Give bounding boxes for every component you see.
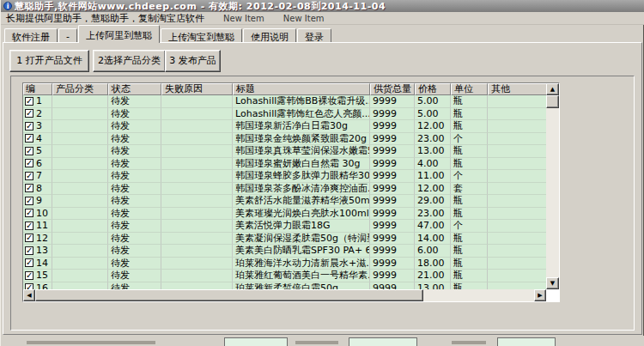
row-checkbox[interactable]: ✓ <box>25 172 33 180</box>
row-checkbox[interactable]: ✓ <box>25 222 33 230</box>
row-checkbox[interactable]: ✓ <box>25 258 33 267</box>
scroll-right-icon[interactable]: ▶ <box>534 289 546 301</box>
cell-fail <box>161 195 233 208</box>
header-supply-qty[interactable]: 供货总量 <box>370 83 415 95</box>
header-fail-reason[interactable]: 失败原因 <box>161 83 233 95</box>
menu-bar: 长期提供阿里助手，慧聪助手，复制淘宝店软件 New Item New Item <box>1 12 644 25</box>
cell-status: 待发 <box>108 245 161 258</box>
publish-product-button[interactable]: 3 发布产品 <box>165 50 221 72</box>
table-row[interactable]: ✓5待发韩国瑾泉真珠草莹润保湿水嫩霜50g999913.00瓶 <box>23 145 546 158</box>
table-row[interactable]: ✓11待发美素活悦弹力眼霜18G999947.00个 <box>23 220 546 233</box>
header-title[interactable]: 标题 <box>233 83 370 95</box>
row-checkbox[interactable]: ✓ <box>25 271 33 280</box>
table-row[interactable]: ✓12待发美素凝润保湿柔肤霜50g（特润型）999914.00瓶 <box>23 233 546 246</box>
cell-other <box>488 95 546 108</box>
row-checkbox[interactable]: ✓ <box>25 147 33 155</box>
header-checkbox-num[interactable]: 编 <box>23 83 52 95</box>
menu-item-new-item-2[interactable]: New Item <box>283 14 325 23</box>
cell-price: 6.00 <box>415 245 451 258</box>
row-checkbox[interactable]: ✓ <box>25 134 33 143</box>
cutoff-input-field[interactable] <box>497 337 556 346</box>
table-row[interactable]: ✓4待发韩国瑾泉金纯焕颜紧致眼霜20g999923.00个 <box>23 133 546 146</box>
cell-unit: 瓶 <box>451 108 488 121</box>
tab-upload-ali-to-huicong[interactable]: 上传阿里到慧聪 <box>78 25 160 43</box>
table-row[interactable]: ✓13待发美素美白防晒乳霜SPF30 PA+ 60G99996.00瓶 <box>23 245 546 258</box>
cell-price: 29.00 <box>415 195 451 208</box>
tab-dash[interactable]: - <box>58 28 77 43</box>
table-row[interactable]: ✓16待发珀莱雅新柔皙倍白霜50g999913.00瓶 <box>23 282 546 290</box>
cell-price: 12.00 <box>415 120 451 133</box>
cell-fail <box>161 95 233 108</box>
row-checkbox[interactable]: ✓ <box>25 184 33 192</box>
tab-software-register[interactable]: 软件注册 <box>4 28 58 43</box>
table-row[interactable]: ✓10待发美素璀璨光润焕白亮肤水100ml999923.00瓶 <box>23 208 546 221</box>
table-row[interactable]: ✓15待发珀莱雅红葡萄酒美白一号精华素...999921.00瓶 <box>23 270 546 282</box>
cell-num: ✓15 <box>23 270 52 282</box>
tab-upload-taobao-to-huicong[interactable]: 上传淘宝到慧聪 <box>161 28 242 43</box>
cell-price: 14.00 <box>415 233 451 246</box>
table-row[interactable]: ✓8待发韩国瑾泉茶多酚冰清净爽控油面...999912.00套 <box>23 183 546 196</box>
cell-title: 珀莱雅新柔皙倍白霜50g <box>233 282 370 290</box>
cell-other <box>488 145 546 158</box>
menu-item-new-item-1[interactable]: New Item <box>223 14 264 23</box>
table-row[interactable]: ✓9待发美素舒活水能量滋养精华液50ml999929.00瓶 <box>23 195 546 208</box>
cell-status: 待发 <box>108 270 161 282</box>
header-unit[interactable]: 单位 <box>451 83 488 95</box>
vertical-scroll-thumb[interactable] <box>546 95 559 108</box>
cell-category <box>52 195 108 208</box>
scroll-down-icon[interactable]: ▼ <box>546 277 559 289</box>
cell-unit: 个 <box>451 170 488 183</box>
header-category[interactable]: 产品分类 <box>52 83 108 95</box>
row-checkbox[interactable]: ✓ <box>25 122 33 131</box>
row-checkbox[interactable]: ✓ <box>25 197 33 205</box>
cell-other <box>488 282 546 290</box>
table-row[interactable]: ✓14待发珀莱雅海洋水动力清新晨水+滋...999918.00瓶 <box>23 258 546 270</box>
cell-status: 待发 <box>108 133 161 146</box>
row-number: 3 <box>36 120 42 131</box>
cell-category <box>52 158 108 171</box>
cell-num: ✓4 <box>23 133 52 146</box>
cell-category <box>52 170 108 183</box>
header-status[interactable]: 状态 <box>108 83 161 95</box>
table-row[interactable]: ✓3待发韩国瑾泉新活净白日霜30g999912.00瓶 <box>23 120 546 133</box>
table-row[interactable]: ✓1待发Lohashill露韩饰BB裸妆霜升级...99995.00瓶 <box>23 95 546 108</box>
cutoff-label <box>452 341 486 344</box>
row-checkbox[interactable]: ✓ <box>25 234 33 242</box>
open-product-file-button[interactable]: 1 打开产品文件 <box>9 50 89 72</box>
row-checkbox[interactable]: ✓ <box>25 159 33 167</box>
select-category-button[interactable]: 2选择产品分类 <box>93 50 166 72</box>
row-checkbox[interactable]: ✓ <box>25 246 33 255</box>
cutoff-input-field[interactable] <box>349 337 417 346</box>
cell-price: 5.00 <box>415 95 451 108</box>
cell-status: 待发 <box>108 258 161 270</box>
row-checkbox[interactable]: ✓ <box>25 209 33 217</box>
tab-login[interactable]: 登录 <box>297 28 331 43</box>
vertical-scrollbar[interactable]: ▲ ▼ <box>546 83 559 289</box>
horizontal-scroll-thumb[interactable] <box>35 289 423 301</box>
tab-usage-instructions[interactable]: 使用说明 <box>243 28 296 43</box>
row-checkbox[interactable]: ✓ <box>25 97 33 106</box>
cell-title: 美素璀璨光润焕白亮肤水100ml <box>233 208 370 221</box>
row-checkbox[interactable]: ✓ <box>25 109 33 118</box>
scroll-left-icon[interactable]: ◀ <box>23 289 35 301</box>
header-price[interactable]: 价格 <box>415 83 451 95</box>
cell-qty: 9999 <box>370 183 415 196</box>
table-row[interactable]: ✓6待发韩国瑾泉蜜妍嫩白自然霜 30g99994.00瓶 <box>23 158 546 171</box>
cell-other <box>488 195 546 208</box>
tab-strip: 软件注册 - 上传阿里到慧聪 上传淘宝到慧聪 使用说明 登录 <box>1 25 644 43</box>
cutoff-input-field[interactable] <box>224 337 288 346</box>
cell-qty: 9999 <box>370 145 415 158</box>
cell-status: 待发 <box>108 95 161 108</box>
cell-status: 待发 <box>108 282 161 290</box>
table-row[interactable]: ✓2待发Lohashill露韩饰红色恋人亮颜...99995.00瓶 <box>23 108 546 121</box>
horizontal-scrollbar[interactable]: ◀ ▶ <box>23 289 546 301</box>
row-number: 8 <box>36 183 42 194</box>
scroll-up-icon[interactable]: ▲ <box>546 83 559 95</box>
table-row[interactable]: ✓7待发韩国瑾泉蜂胶多肽弹力眼精华30ml999911.00个 <box>23 170 546 183</box>
cell-fail <box>161 270 233 282</box>
cell-qty: 9999 <box>370 108 415 121</box>
cell-unit: 瓶 <box>451 208 488 221</box>
cell-num: ✓11 <box>23 220 52 233</box>
header-other[interactable]: 其他 <box>488 83 546 95</box>
row-checkbox[interactable]: ✓ <box>25 283 33 289</box>
